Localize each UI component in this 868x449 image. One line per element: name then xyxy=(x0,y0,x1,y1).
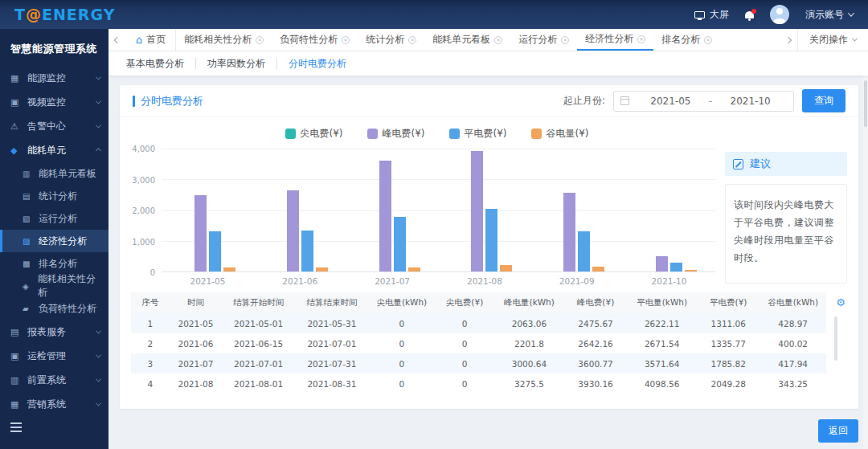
page-scrollbar[interactable] xyxy=(863,76,868,449)
legend-item-valley[interactable]: 谷电量(¥) xyxy=(531,127,589,141)
chart-legend: 尖电费(¥)峰电费(¥)平电费(¥)谷电量(¥) xyxy=(120,117,858,144)
tab-operation-analysis[interactable]: 运行分析× xyxy=(510,29,577,51)
table-cell: 2475.67 xyxy=(564,313,627,333)
edit-icon xyxy=(733,159,743,169)
table-cell: 1785.82 xyxy=(697,353,760,373)
user-avatar[interactable] xyxy=(770,5,789,24)
close-tab-icon[interactable]: × xyxy=(342,36,350,44)
query-button[interactable]: 查询 xyxy=(802,89,845,112)
bar-group-2021-05 xyxy=(162,149,254,271)
sidebar-subitem-economic-analysis[interactable]: ▨经济性分析 xyxy=(0,230,108,252)
sidebar-item-label: 运检管理 xyxy=(27,349,66,363)
y-tick-label: 0 xyxy=(150,268,155,277)
sidebar-item-video-monitoring[interactable]: ▣视频监控 xyxy=(0,90,108,114)
chevron-down-icon xyxy=(96,74,101,80)
tabs-scroll-left-icon[interactable] xyxy=(108,38,126,43)
sidebar-item-report-service[interactable]: ▤报表服务 xyxy=(0,320,108,344)
table-settings-gear-icon[interactable]: ⚙ xyxy=(836,297,845,308)
economic-analysis-icon: ▨ xyxy=(23,237,34,246)
bar-valley-2021-08[interactable] xyxy=(500,265,512,271)
account-label: 演示账号 xyxy=(805,8,844,22)
bar-valley-2021-09[interactable] xyxy=(592,267,604,272)
chevron-down-icon xyxy=(96,352,101,357)
front-system-icon: ▥ xyxy=(10,375,22,386)
sidebar-subitem-correlation-analysis[interactable]: ◈能耗相关性分析 xyxy=(0,275,108,297)
tab-ranking-analysis[interactable]: 排名分析× xyxy=(653,29,720,51)
table-cell: 2671.54 xyxy=(627,333,697,353)
bar-flat-2021-09[interactable] xyxy=(578,231,590,271)
table-cell: 3275.5 xyxy=(494,373,564,387)
bar-peak-2021-08[interactable] xyxy=(471,151,483,271)
unit-board-icon: ▥ xyxy=(23,169,34,178)
operation-analysis-icon: ▧ xyxy=(23,214,34,223)
sidebar-item-label: 营销系统 xyxy=(27,398,66,411)
y-tick-label: 2,000 xyxy=(132,206,155,215)
sidebar-item-energy-unit[interactable]: ◆能耗单元 xyxy=(0,138,108,162)
subtab-time-of-use-fee[interactable]: 分时电费分析 xyxy=(276,58,358,69)
close-tab-icon[interactable]: × xyxy=(637,35,645,43)
notifications-button[interactable] xyxy=(745,11,754,18)
legend-item-peak[interactable]: 峰电费(¥) xyxy=(367,127,425,141)
sidebar-item-front-system[interactable]: ▥前置系统 xyxy=(0,368,108,392)
bar-flat-2021-07[interactable] xyxy=(394,217,406,271)
bar-peak-2021-09[interactable] xyxy=(563,193,575,271)
bar-peak-2021-05[interactable] xyxy=(194,195,207,271)
return-button[interactable]: 返回 xyxy=(818,419,858,443)
bar-valley-2021-05[interactable] xyxy=(223,267,235,271)
column-header: 峰电费(¥) xyxy=(564,292,627,313)
bar-flat-2021-08[interactable] xyxy=(485,209,497,271)
table-cell: 417.94 xyxy=(760,353,826,373)
close-tab-icon[interactable]: × xyxy=(494,36,502,44)
bar-peak-2021-07[interactable] xyxy=(379,161,391,271)
sidebar-item-alarm-center[interactable]: ⚠告警中心 xyxy=(0,114,108,138)
tab-home[interactable]: ⌂ 首页 xyxy=(126,29,176,51)
tab-label: 排名分析 xyxy=(661,33,700,47)
sidebar-item-maintenance-management[interactable]: ▣运检管理 xyxy=(0,344,108,368)
sidebar-subitem-load-characteristic[interactable]: ▰负荷特性分析 xyxy=(0,297,108,320)
subtab-power-factor[interactable]: 功率因数分析 xyxy=(195,58,276,69)
legend-label: 平电费(¥) xyxy=(465,127,507,141)
bar-flat-2021-05[interactable] xyxy=(209,231,221,271)
sidebar-item-energy-monitoring[interactable]: ▦能源监控 xyxy=(0,66,108,90)
tab-economic-analysis[interactable]: 经济性分析× xyxy=(577,29,653,51)
close-tab-icon[interactable]: × xyxy=(704,36,712,44)
bar-peak-2021-10[interactable] xyxy=(656,256,668,271)
close-tab-icon[interactable]: × xyxy=(256,36,264,44)
tabs-scroll-right-icon[interactable] xyxy=(780,38,797,43)
tab-correlation-analysis[interactable]: 能耗相关性分析× xyxy=(176,29,272,51)
bar-flat-2021-06[interactable] xyxy=(301,231,313,271)
table-cell: 2021-07-01 xyxy=(222,353,295,373)
table-cell: 2021-05-01 xyxy=(222,313,295,333)
x-tick-label: 2021-05 xyxy=(162,276,254,286)
sidebar-subitem-energy-unit-board[interactable]: ▥能耗单元看板 xyxy=(0,162,108,185)
bar-valley-2021-06[interactable] xyxy=(316,267,328,271)
close-tab-icon[interactable]: × xyxy=(408,36,416,44)
bar-peak-2021-06[interactable] xyxy=(287,190,299,271)
sidebar-subitem-ranking-analysis[interactable]: ▩排名分析 xyxy=(0,252,108,275)
table-cell: 0 xyxy=(369,313,436,333)
sidebar-item-marketing-system[interactable]: ▦营销系统 xyxy=(0,392,108,416)
subtab-basic-electricity-fee[interactable]: 基本电费分析 xyxy=(115,58,195,69)
legend-label: 尖电费(¥) xyxy=(301,127,343,141)
legend-item-sharp[interactable]: 尖电费(¥) xyxy=(285,127,343,141)
tab-load-characteristic-analysis[interactable]: 负荷特性分析× xyxy=(272,29,358,51)
tab-statistical-analysis[interactable]: 统计分析× xyxy=(358,29,424,51)
notification-badge xyxy=(751,9,756,14)
sidebar-subitem-operation-analysis[interactable]: ▧运行分析 xyxy=(0,207,108,230)
tab-energy-unit-board[interactable]: 能耗单元看板× xyxy=(424,29,510,51)
energy-unit-icon: ◆ xyxy=(10,145,22,156)
close-operations-dropdown[interactable]: 关闭操作 xyxy=(797,29,868,51)
bar-valley-2021-07[interactable] xyxy=(408,267,420,271)
table-scrollbar[interactable] xyxy=(834,316,837,361)
collapse-menu-icon[interactable] xyxy=(10,422,22,432)
bar-chart: 01,0002,0003,0004,000 2021-052021-062021… xyxy=(126,149,715,286)
bar-flat-2021-10[interactable] xyxy=(670,263,682,271)
account-menu[interactable]: 演示账号 xyxy=(805,8,854,22)
big-screen-button[interactable]: 大屏 xyxy=(694,8,729,22)
month-range-input[interactable]: 2021-05 - 2021-10 xyxy=(613,91,794,112)
close-tab-icon[interactable]: × xyxy=(561,36,569,44)
topbar: T@ENERGY 大屏 演示账号 xyxy=(0,0,868,29)
sidebar-subitem-statistical-analysis[interactable]: ▤统计分析 xyxy=(0,185,108,207)
legend-item-flat[interactable]: 平电费(¥) xyxy=(449,127,507,141)
bar-valley-2021-10[interactable] xyxy=(685,270,697,271)
